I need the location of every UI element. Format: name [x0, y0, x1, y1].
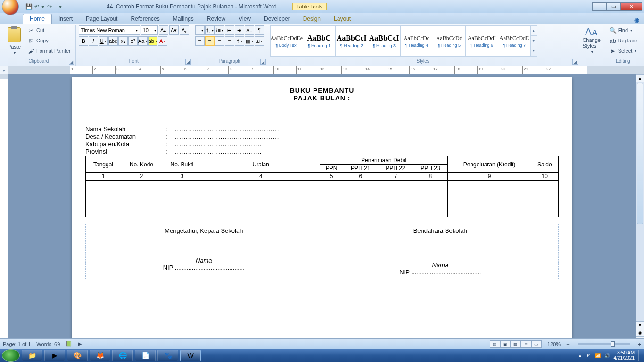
underline-button[interactable]: U▾: [99, 36, 108, 46]
undo-icon[interactable]: ↶▾: [35, 2, 43, 11]
cut-button[interactable]: ✂Cut: [25, 25, 73, 35]
borders-button[interactable]: ⊞▾: [255, 36, 264, 46]
redo-icon[interactable]: ↷: [45, 2, 54, 11]
minimize-button[interactable]: —: [592, 2, 606, 11]
style-item[interactable]: AaBbCcDd¶ Heading 4: [400, 25, 433, 57]
scroll-thumb[interactable]: [637, 83, 643, 224]
vertical-ruler[interactable]: [0, 74, 8, 352]
styles-launcher[interactable]: ◢: [572, 59, 578, 65]
line-spacing-button[interactable]: ‡▾: [235, 36, 244, 46]
align-right-button[interactable]: ≡: [215, 36, 224, 46]
tray-network-icon[interactable]: 📶: [595, 353, 601, 358]
zoom-knob[interactable]: [611, 341, 615, 347]
close-button[interactable]: ✕: [620, 2, 642, 11]
tab-references[interactable]: References: [124, 14, 166, 24]
bullets-button[interactable]: ≣▾: [195, 25, 205, 35]
save-icon[interactable]: 💾: [25, 2, 33, 11]
font-launcher[interactable]: ◢: [185, 59, 191, 65]
task-notepad[interactable]: 📄: [135, 350, 156, 361]
print-layout-view[interactable]: ▤: [490, 340, 500, 348]
outline-view[interactable]: ≡: [521, 340, 531, 348]
select-button[interactable]: ➤Select▾: [607, 46, 639, 56]
style-item[interactable]: AaBbCcDdE¶ Heading 7: [498, 25, 531, 57]
draft-view[interactable]: ▭: [531, 340, 542, 348]
tab-design[interactable]: Design: [297, 14, 327, 24]
style-item[interactable]: AaBbCcI¶ Heading 3: [368, 25, 401, 57]
style-more[interactable]: ▾: [531, 46, 537, 56]
tray-flag-icon[interactable]: 🏳: [586, 353, 591, 358]
full-screen-view[interactable]: ▣: [500, 340, 511, 348]
task-app[interactable]: 🐾: [157, 350, 178, 361]
show-marks-button[interactable]: ¶: [255, 25, 264, 35]
zoom-in-button[interactable]: +: [638, 341, 641, 347]
show-desktop-button[interactable]: [638, 350, 642, 361]
subscript-button[interactable]: x₂: [118, 36, 128, 46]
clipboard-launcher[interactable]: ◢: [69, 59, 74, 65]
bold-button[interactable]: B: [79, 36, 88, 46]
maximize-button[interactable]: ▭: [606, 2, 620, 11]
tab-developer[interactable]: Developer: [257, 14, 297, 24]
status-zoom[interactable]: 120%: [547, 341, 561, 347]
vertical-scrollbar[interactable]: ▲ ▼ ◉ ⏫ ⏬: [636, 74, 644, 352]
clock[interactable]: 8:50 AM 4/21/2021: [614, 350, 635, 361]
font-size-combo[interactable]: 10▾: [141, 25, 158, 35]
style-item[interactable]: AaBbCcDd¶ Heading 5: [433, 25, 466, 57]
style-item[interactable]: AaBbCcI¶ Heading 2: [335, 25, 368, 57]
shading-button[interactable]: ▦▾: [245, 36, 254, 46]
tray-arrow-icon[interactable]: ▲: [578, 353, 583, 358]
style-item[interactable]: AaBbCcDdEe¶ Body Text: [270, 25, 303, 57]
tab-page-layout[interactable]: Page Layout: [79, 14, 124, 24]
status-words[interactable]: Words: 69: [36, 341, 60, 347]
style-up[interactable]: ▲: [531, 26, 537, 36]
copy-button[interactable]: ⎘Copy: [25, 36, 73, 45]
justify-button[interactable]: ≡: [225, 36, 234, 46]
change-case-button[interactable]: Aa▾: [138, 36, 148, 46]
task-media[interactable]: ▶: [44, 350, 65, 361]
increase-indent-button[interactable]: ⇥: [235, 25, 244, 35]
paste-button[interactable]: Paste ▾: [5, 25, 24, 57]
font-name-combo[interactable]: Times New Roman▾: [79, 25, 140, 35]
help-button[interactable]: ◉: [634, 16, 639, 24]
web-layout-view[interactable]: ▦: [511, 340, 521, 348]
spellcheck-icon[interactable]: 📗: [66, 341, 72, 347]
qat-more-icon[interactable]: ▾: [56, 2, 64, 11]
tab-home[interactable]: Home: [23, 14, 52, 24]
tab-layout[interactable]: Layout: [327, 14, 357, 24]
style-down[interactable]: ▼: [531, 36, 537, 46]
shrink-font-button[interactable]: A▾: [169, 25, 179, 35]
style-scroll[interactable]: ▲▼▾: [530, 25, 537, 57]
task-chrome[interactable]: 🌐: [112, 350, 133, 361]
paragraph-launcher[interactable]: ◢: [260, 59, 266, 65]
scroll-up-button[interactable]: ▲: [636, 74, 644, 82]
grow-font-button[interactable]: A▴: [159, 25, 168, 35]
tab-review[interactable]: Review: [200, 14, 232, 24]
horizontal-ruler[interactable]: 12345678910111213141516171819202122: [8, 66, 644, 74]
zoom-out-button[interactable]: −: [566, 341, 569, 347]
tab-mailings[interactable]: Mailings: [166, 14, 200, 24]
align-center-button[interactable]: ≡: [205, 36, 215, 46]
scroll-down-button[interactable]: ▼: [636, 321, 644, 329]
italic-button[interactable]: I: [89, 36, 98, 46]
multilevel-button[interactable]: ⁝≡▾: [215, 25, 224, 35]
empty-row[interactable]: [86, 181, 559, 217]
doc-table[interactable]: Tanggal No. Kode No. Bukti Uraian Peneri…: [85, 156, 559, 217]
highlight-button[interactable]: ab▾: [148, 36, 157, 46]
page[interactable]: BUKU PEMBANTU PAJAK BULAN : ............…: [72, 77, 572, 341]
sort-button[interactable]: A↓: [245, 25, 254, 35]
find-button[interactable]: 🔍Find▾: [607, 25, 639, 35]
strikethrough-button[interactable]: abc: [108, 36, 118, 46]
task-paint[interactable]: 🎨: [67, 350, 88, 361]
style-item[interactable]: AaBbCcDdI¶ Heading 6: [465, 25, 498, 57]
align-left-button[interactable]: ≡: [195, 36, 205, 46]
task-firefox[interactable]: 🦊: [90, 350, 110, 361]
status-page[interactable]: Page: 1 of 1: [3, 341, 31, 347]
numbering-button[interactable]: ⒈▾: [205, 25, 215, 35]
task-word[interactable]: W: [180, 350, 201, 361]
superscript-button[interactable]: x²: [128, 36, 138, 46]
decrease-indent-button[interactable]: ⇤: [225, 25, 234, 35]
style-item[interactable]: AaBbC¶ Heading 1: [303, 25, 336, 57]
ruler-corner[interactable]: ⌐: [0, 66, 8, 74]
font-color-button[interactable]: A▾: [158, 36, 167, 46]
tab-insert[interactable]: Insert: [52, 14, 79, 24]
document-area[interactable]: BUKU PEMBANTU PAJAK BULAN : ............…: [8, 74, 636, 352]
